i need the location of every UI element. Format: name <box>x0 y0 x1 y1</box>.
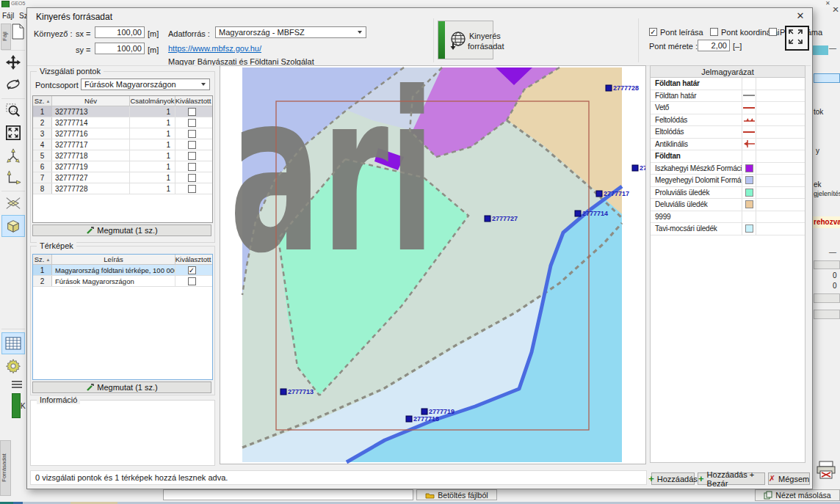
add-close-button[interactable]: + Hozzáadás + Bezár <box>698 472 765 485</box>
box-view-on-selected[interactable] <box>1 215 25 237</box>
map-row[interactable]: 1 Magyarország földtani térképe, 100 000… <box>33 265 212 276</box>
zero-value-1: 0 <box>833 271 837 280</box>
main-close-fragment[interactable]: ✕ <box>832 7 839 15</box>
toolbar-separator <box>1 98 25 99</box>
color-swatch <box>745 176 753 184</box>
line-symbol <box>743 131 755 133</box>
point-row[interactable]: 8 32777728 1 <box>33 183 212 194</box>
settings-gear-icon[interactable] <box>4 357 23 376</box>
app-root: GEO5 ✕ Fájl Sz Fájl <box>0 0 840 504</box>
map-point-marker <box>280 389 286 395</box>
map-point-marker <box>421 409 427 414</box>
datasource-dropdown[interactable]: Magyarország - MBFSZ <box>215 26 366 38</box>
box-view-off-icon[interactable] <box>4 194 23 213</box>
field-fragment[interactable] <box>814 310 840 319</box>
point-row[interactable]: 5 32777718 1 <box>33 150 212 161</box>
point-number-checkbox[interactable] <box>769 28 777 36</box>
copy-view-label: Nézet másolása <box>775 491 830 500</box>
point-selected-checkbox[interactable] <box>188 174 196 182</box>
point-size-input[interactable]: 2,00 <box>698 40 730 51</box>
point-description-label: Pont leírása <box>660 28 703 37</box>
cancel-x-icon: ✗ <box>769 474 775 483</box>
print-icon[interactable] <box>816 461 836 481</box>
point-selected-checkbox[interactable] <box>188 163 196 171</box>
tab-source-vertical[interactable]: Forrásadat <box>0 440 11 496</box>
rotate-view-icon[interactable] <box>4 75 23 94</box>
map-point-label: 2777717 <box>604 190 629 197</box>
map-selected-checkbox[interactable] <box>188 277 196 285</box>
point-group-dropdown[interactable]: Fúrások Magyarországon <box>81 78 210 90</box>
map-canvas[interactable]: ari 2777728 2777716 <box>220 65 646 464</box>
expand-arrows-icon <box>786 27 805 46</box>
information-textarea[interactable] <box>31 401 214 465</box>
sy-input[interactable]: 100,00 <box>95 43 145 54</box>
highlighted-field-fragment[interactable] <box>814 73 840 83</box>
dropdown-arrow-icon <box>201 83 206 86</box>
point-description-checkbox[interactable]: ✓ <box>649 28 657 36</box>
extract-source-button[interactable]: Kinyerés forrásadat <box>438 21 493 59</box>
copy-icon <box>764 491 772 500</box>
legend-row: Vető <box>651 102 805 114</box>
new-document-icon[interactable] <box>12 23 24 41</box>
point-coordinates-checkbox[interactable] <box>710 28 718 36</box>
menu-file[interactable]: Fájl <box>2 12 14 20</box>
legend-row: Megyehegyi Dolomit Formáció <box>651 175 805 187</box>
point-row[interactable]: 4 32777717 1 <box>33 139 212 150</box>
point-selected-checkbox[interactable] <box>188 119 196 127</box>
point-row[interactable]: 1 32777713 1 <box>33 106 212 117</box>
map-point-marker <box>606 85 612 91</box>
show-maps-button[interactable]: Megmutat (1 sz.) <box>32 381 211 393</box>
points-table[interactable]: Sz.▲ Név Csatolmányok Kiválasztott 1 327… <box>32 95 213 223</box>
show-points-button[interactable]: Megmutat (1 sz.) <box>32 224 211 236</box>
point-row[interactable]: 7 32777727 1 <box>33 172 212 183</box>
point-row[interactable]: 2 32777714 1 <box>33 117 212 128</box>
surround-label: Környező : <box>34 29 73 38</box>
axes-corner-icon[interactable] <box>4 169 23 188</box>
map-selected-checkbox[interactable]: ✓ <box>188 266 196 274</box>
extract-source-dialog: Kinyerés forrásadat ✕ Környező : sx = 10… <box>26 7 813 489</box>
sy-unit: [m] <box>148 45 159 54</box>
field-fragment[interactable] <box>814 293 840 303</box>
map-point-label: 2777713 <box>288 388 314 395</box>
datasource-link[interactable]: https://www.mbfsz.gov.hu/ <box>168 44 261 53</box>
sx-input[interactable]: 100,00 <box>95 26 145 38</box>
collapse-minus-icon-2[interactable]: — <box>829 248 836 256</box>
frame-list-icon[interactable] <box>11 380 23 390</box>
datasource-label: Adatforrás : <box>168 29 210 38</box>
point-selected-checkbox[interactable] <box>188 130 196 138</box>
cancel-button[interactable]: ✗ Mégsem <box>768 472 810 485</box>
command-input[interactable] <box>163 489 413 500</box>
maps-table-header: Sz.▲ Leírás Kiválasztott <box>33 255 212 265</box>
point-size-unit: [–] <box>733 42 742 51</box>
dialog-close-icon[interactable]: ✕ <box>794 10 807 23</box>
map-point-label: 2777714 <box>582 210 608 217</box>
maps-table[interactable]: Sz.▲ Leírás Kiválasztott 1 Magyarország … <box>32 254 213 380</box>
legend-row: Antiklinális <box>651 139 805 151</box>
show-maps-label: Megmutat (1 sz.) <box>97 383 158 392</box>
toolbar-separator <box>1 191 25 191</box>
copy-view-button[interactable]: Nézet másolása <box>755 489 840 501</box>
field-fragment[interactable] <box>814 260 840 269</box>
pan-move-icon[interactable] <box>4 53 23 72</box>
table-view-selected[interactable] <box>1 332 25 354</box>
main-close-icon[interactable]: ✕ <box>825 0 830 7</box>
point-selected-checkbox[interactable] <box>188 141 196 149</box>
point-selected-checkbox[interactable] <box>188 108 196 116</box>
color-swatch <box>745 189 753 197</box>
map-row[interactable]: 2 Fúrások Magyarországon <box>33 276 212 287</box>
point-row[interactable]: 6 32777719 1 <box>33 161 212 172</box>
fit-view-icon[interactable] <box>4 123 23 142</box>
point-selected-checkbox[interactable] <box>188 185 196 193</box>
point-row[interactable]: 3 32777716 1 <box>33 128 212 139</box>
zero-value-2: 0 <box>833 282 837 290</box>
tab-file-vertical[interactable]: Fájl <box>1 23 11 50</box>
point-selected-checkbox[interactable] <box>188 152 196 160</box>
zoom-selection-icon[interactable] <box>4 101 23 120</box>
add-button[interactable]: + Hozzáadás <box>651 472 695 485</box>
green-accent-bar <box>438 21 445 59</box>
map-point-marker <box>406 416 412 422</box>
axes-3d-icon[interactable] <box>4 147 23 166</box>
collapse-minus-icon[interactable]: — <box>829 44 836 52</box>
load-from-file-button[interactable]: Betöltés fájlból <box>416 489 497 500</box>
fullscreen-expand-button[interactable] <box>785 26 809 51</box>
